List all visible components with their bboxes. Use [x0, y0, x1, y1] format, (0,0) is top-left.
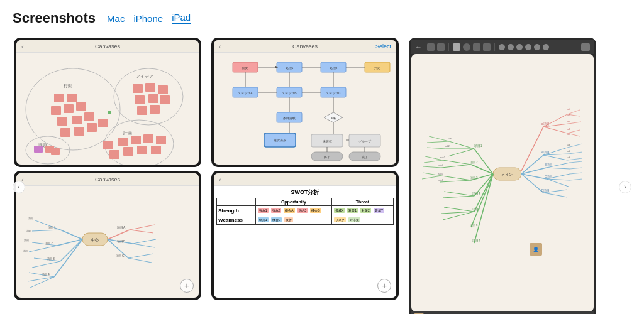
svg-text:詳細: 詳細: [26, 229, 31, 232]
toolbar-img-icon[interactable]: [483, 43, 491, 51]
svg-text:sub3: sub3: [440, 156, 445, 159]
svg-line-163: [569, 152, 582, 154]
svg-line-45: [60, 239, 82, 261]
back-chevron-2[interactable]: ‹: [219, 43, 221, 50]
plus-button-3[interactable]: +: [180, 279, 194, 293]
svg-rect-32: [156, 136, 166, 144]
back-chevron-1[interactable]: ‹: [21, 43, 24, 50]
svg-rect-36: [34, 146, 43, 153]
toolbar-collapse-icon[interactable]: [543, 44, 549, 50]
toolbar-circle-icon[interactable]: [516, 44, 523, 50]
screenshots-scroll[interactable]: ‹ Canvases: [13, 35, 631, 314]
toolbar-more-icon[interactable]: [581, 43, 590, 51]
svg-rect-30: [131, 136, 141, 144]
toolbar-pen-icon[interactable]: [453, 43, 460, 51]
svg-line-138: [441, 212, 474, 214]
toolbar-shape-icon[interactable]: [463, 43, 470, 51]
svg-text:sub1: sub1: [448, 138, 453, 140]
select-button[interactable]: Select: [375, 43, 391, 50]
svg-text:処理2: 処理2: [330, 66, 338, 70]
svg-rect-19: [98, 119, 108, 127]
toolbar-zoom-out-icon[interactable]: [508, 44, 514, 50]
screenshot-ipad-2: ‹ Canvases Select 開始: [211, 38, 399, 167]
screenshot-inner-full: メイン: [411, 54, 594, 311]
svg-text:判定: 判定: [374, 66, 380, 70]
svg-rect-25: [148, 94, 158, 103]
toolbar-redo-icon[interactable]: [437, 43, 445, 51]
svg-line-52: [32, 261, 60, 268]
device-column-1: ‹ Canvases: [14, 38, 201, 300]
svg-text:sub: sub: [567, 150, 570, 153]
swot-cell-wo: 弱点1 機会C 改善: [255, 215, 331, 225]
svg-text:α項目: α項目: [541, 122, 550, 126]
toolbar-undo-icon[interactable]: [427, 43, 435, 51]
svg-text:項目7: 項目7: [472, 239, 480, 242]
back-chevron-4[interactable]: ‹: [219, 176, 221, 183]
svg-rect-33: [123, 147, 133, 156]
plus-button-4[interactable]: +: [377, 279, 391, 293]
svg-text:D項目: D項目: [541, 189, 550, 192]
tab-iphone[interactable]: iPhone: [133, 13, 163, 24]
svg-line-62: [133, 244, 155, 247]
svg-text:詳細: 詳細: [24, 239, 29, 242]
toolbar-zoom-in-icon[interactable]: [499, 44, 505, 50]
svg-line-55: [30, 277, 54, 288]
ss-header-1: ‹ Canvases: [16, 40, 199, 53]
svg-line-135: [444, 192, 474, 196]
svg-rect-22: [145, 83, 155, 92]
svg-line-54: [28, 277, 54, 281]
svg-rect-21: [133, 84, 143, 93]
sticky-notes-svg: 行動 アイデア 計画 課題: [16, 53, 199, 165]
svg-line-61: [133, 239, 156, 244]
svg-rect-11: [64, 104, 74, 113]
toolbar-expand-icon[interactable]: [534, 44, 540, 50]
flowchart-svg: 開始 処理1 処理2 判定: [214, 53, 396, 165]
svg-rect-17: [74, 127, 84, 136]
scroll-left-button[interactable]: ‹: [13, 181, 25, 193]
svg-rect-29: [118, 138, 128, 146]
canvas-title-3: Canvases: [95, 176, 120, 183]
mindmap-full-svg: メイン: [411, 54, 594, 311]
svg-rect-18: [87, 123, 97, 132]
scroll-right-button[interactable]: ›: [619, 181, 631, 193]
canvas-content-full: メイン: [411, 54, 594, 311]
swot-table: Opportunity Threat Strength: [216, 198, 394, 225]
svg-rect-40: [109, 150, 119, 159]
svg-text:メイン: メイン: [501, 173, 513, 176]
svg-text:項目5: 項目5: [472, 208, 480, 211]
svg-text:項目C: 項目C: [115, 254, 125, 257]
swot-title: SWOT分析: [216, 188, 394, 197]
svg-rect-27: [137, 106, 147, 115]
svg-text:項目1: 項目1: [474, 144, 482, 148]
svg-text:👤: 👤: [533, 246, 539, 252]
canvas-content-4: SWOT分析 Opportunity Threat: [214, 186, 396, 298]
svg-text:ステップC: ステップC: [326, 91, 341, 95]
svg-text:項目3: 項目3: [469, 176, 478, 180]
canvas-content-2: 開始 処理1 処理2 判定: [214, 53, 396, 165]
ss-header-2: ‹ Canvases Select: [214, 40, 396, 53]
svg-text:項目A: 項目A: [116, 225, 126, 229]
toolbar-back-icon[interactable]: ←: [415, 43, 422, 51]
svg-line-130: [448, 149, 474, 156]
svg-line-128: [449, 141, 474, 149]
svg-text:項目4: 項目4: [41, 273, 50, 276]
tab-ipad[interactable]: iPad: [172, 12, 191, 24]
svg-rect-23: [158, 85, 168, 94]
page-title: Screenshots: [13, 10, 96, 26]
page-container: Screenshots Mac iPhone iPad ‹ ‹ Canvases: [13, 10, 631, 314]
swot-row-strength: Strength: [217, 206, 256, 215]
svg-text:sub2: sub2: [445, 145, 450, 148]
svg-text:sub6: sub6: [438, 179, 443, 181]
svg-line-144: [424, 160, 443, 163]
toolbar-node-icon[interactable]: [525, 44, 531, 50]
svg-text:sub5: sub5: [438, 173, 443, 175]
swot-cell-st: 脅威X 対策1 対策2 脅威Y: [332, 206, 394, 215]
svg-line-151: [521, 174, 543, 193]
tab-mac[interactable]: Mac: [107, 13, 125, 24]
screenshot-inner-3: ‹ Canvases 中心: [16, 173, 199, 298]
toolbar-text-icon[interactable]: [473, 43, 480, 51]
svg-text:詳細: 詳細: [28, 217, 33, 220]
swot-col-opportunity: Opportunity: [255, 198, 331, 206]
screenshot-inner-1: ‹ Canvases: [16, 40, 199, 165]
svg-text:計画: 計画: [123, 131, 132, 135]
